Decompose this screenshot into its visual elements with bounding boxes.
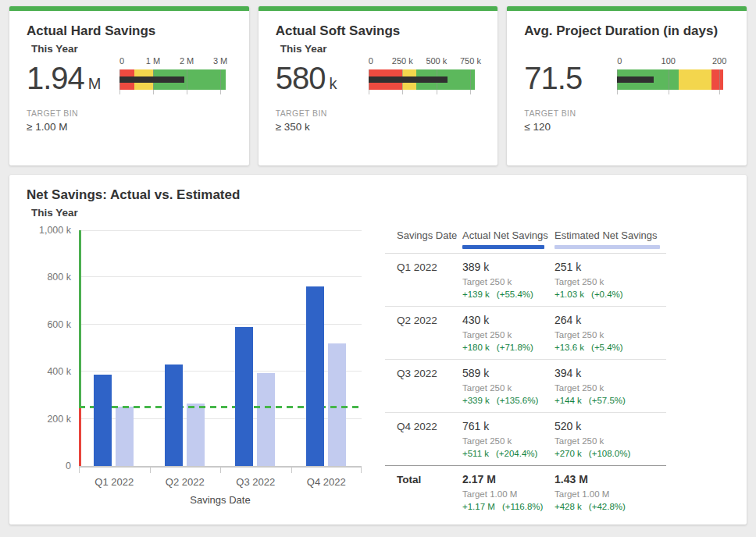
bar-group-q3-2022 xyxy=(220,230,291,466)
row-date: Q2 2022 xyxy=(385,314,462,353)
chart-title: Net Savings: Actual vs. Estimated xyxy=(27,187,240,203)
target-bin-value: ≤ 120 xyxy=(524,121,551,133)
variance-percent: (+116.8%) xyxy=(502,502,544,511)
bar-group-q1-2022 xyxy=(79,230,150,466)
target-bin-label: TARGET BIN xyxy=(276,108,327,118)
cell-target: Target 250 k xyxy=(462,436,555,446)
bar-estimated-q3-2022[interactable] xyxy=(257,373,275,466)
cell-value: 251 k xyxy=(555,261,666,274)
variance-value: +139 k xyxy=(462,290,490,299)
bar-chart-plot: 0 200 k 400 k 600 k 800 k 1,000 k xyxy=(79,230,362,466)
cell-actual: 2.17 M Target 1.00 M +1.17 M(+116.8%) xyxy=(462,473,555,512)
bar-actual-q4-2022[interactable] xyxy=(306,286,324,466)
row-date: Q3 2022 xyxy=(385,367,462,406)
cell-estimated: 394 k Target 250 k +144 k(+57.5%) xyxy=(555,367,666,406)
cell-variance: +139 k(+55.4%) xyxy=(462,289,555,300)
cell-target: Target 250 k xyxy=(555,276,666,287)
cell-value: 761 k xyxy=(462,420,555,433)
cell-target: Target 250 k xyxy=(555,382,666,393)
cell-variance: +1.03 k(+0.4%) xyxy=(555,289,666,300)
kpi-unit: k xyxy=(329,75,337,92)
cell-target: Target 1.00 M xyxy=(555,489,666,500)
cell-actual: 430 k Target 250 k +180 k(+71.8%) xyxy=(462,314,555,353)
variance-value: +339 k xyxy=(462,396,490,405)
cell-estimated: 520 k Target 250 k +270 k(+108.0%) xyxy=(555,420,666,459)
variance-percent: (+55.4%) xyxy=(497,290,533,299)
x-category-label: Q4 2022 xyxy=(307,476,346,488)
card-accent-strip xyxy=(259,6,498,11)
kpi-card-actual-soft-savings: Actual Soft Savings This Year 580k 0250 … xyxy=(259,6,498,165)
cell-value: 2.17 M xyxy=(462,473,555,486)
y-axis-tick-label: 600 k xyxy=(47,319,71,330)
y-axis-tick-label: 200 k xyxy=(47,414,71,425)
y-axis-above-target-segment xyxy=(79,230,81,407)
column-header-savings-date: Savings Date xyxy=(385,229,462,242)
cell-variance: +144 k(+57.5%) xyxy=(555,395,666,406)
x-category-label: Q3 2022 xyxy=(236,476,275,488)
cell-variance: +180 k(+71.8%) xyxy=(462,342,555,353)
variance-value: +428 k xyxy=(555,502,582,511)
bullet-gauge: 01 M2 M3 M xyxy=(119,56,226,94)
column-header-estimated-net-savings: Estimated Net Savings xyxy=(555,229,666,242)
bar-actual-q2-2022[interactable] xyxy=(165,365,183,466)
bullet-axis-labels: 0250 k500 k750 k xyxy=(369,56,475,68)
x-axis-tick xyxy=(361,468,362,473)
bar-estimated-q4-2022[interactable] xyxy=(328,343,346,466)
target-bin-value: ≥ 350 k xyxy=(276,121,310,133)
bullet-gauge: 0250 k500 k750 k xyxy=(369,56,475,94)
table-row-q1-2022[interactable]: Q1 2022 389 k Target 250 k +139 k(+55.4%… xyxy=(385,254,666,307)
bar-actual-q1-2022[interactable] xyxy=(94,375,112,466)
variance-percent: (+204.4%) xyxy=(496,449,537,458)
table-row-q2-2022[interactable]: Q2 2022 430 k Target 250 k +180 k(+71.8%… xyxy=(385,307,666,360)
bar-estimated-q2-2022[interactable] xyxy=(187,404,205,466)
kpi-subtitle: This Year xyxy=(280,43,327,55)
x-category-label: Q1 2022 xyxy=(94,476,134,488)
cell-variance: +13.6 k(+5.4%) xyxy=(555,342,666,353)
bar-estimated-q1-2022[interactable] xyxy=(116,407,134,466)
card-accent-strip xyxy=(507,6,747,11)
kpi-value: 71.5 xyxy=(524,61,586,96)
cell-estimated: 264 k Target 250 k +13.6 k(+5.4%) xyxy=(555,314,666,353)
kpi-number: 580 xyxy=(276,61,326,95)
variance-value: +13.6 k xyxy=(555,343,584,352)
table-row-q4-2022[interactable]: Q4 2022 761 k Target 250 k +511 k(+204.4… xyxy=(385,413,666,465)
variance-value: +1.03 k xyxy=(555,290,584,299)
cell-actual: 761 k Target 250 k +511 k(+204.4%) xyxy=(462,420,555,459)
bar-group-q4-2022 xyxy=(291,230,362,466)
y-axis-tick-label: 400 k xyxy=(47,366,71,377)
target-bin-label: TARGET BIN xyxy=(524,108,576,118)
cell-target: Target 250 k xyxy=(462,276,555,287)
cell-estimated: 1.43 M Target 1.00 M +428 k(+42.8%) xyxy=(555,473,666,512)
net-savings-table: Savings Date Actual Net Savings Estimate… xyxy=(385,229,666,518)
bar-groups xyxy=(79,230,362,466)
cell-value: 389 k xyxy=(462,261,555,274)
bullet-track xyxy=(617,69,723,94)
cell-target: Target 250 k xyxy=(555,436,666,446)
variance-value: +144 k xyxy=(555,396,582,405)
y-axis-tick-label: 800 k xyxy=(47,272,71,283)
variance-percent: (+42.8%) xyxy=(589,502,626,511)
cell-variance: +428 k(+42.8%) xyxy=(555,501,666,512)
bullet-axis-labels: 0100200 xyxy=(617,56,723,68)
x-axis-tick xyxy=(220,468,221,473)
variance-percent: (+135.6%) xyxy=(497,396,538,405)
bullet-track xyxy=(369,69,475,94)
cell-variance: +1.17 M(+116.8%) xyxy=(462,501,555,512)
cell-variance: +339 k(+135.6%) xyxy=(462,395,555,406)
cell-value: 520 k xyxy=(555,420,666,433)
kpi-card-row: Actual Hard Savings This Year 1.94M 01 M… xyxy=(9,6,747,165)
kpi-title: Avg. Project Duration (in days) xyxy=(524,23,718,39)
y-axis-tick-label: 1,000 k xyxy=(39,225,71,236)
chart-subtitle: This Year xyxy=(31,207,78,219)
kpi-number: 1.94 xyxy=(27,61,84,95)
cell-variance: +270 k(+108.0%) xyxy=(555,448,666,459)
row-date: Total xyxy=(385,473,462,512)
x-axis-tick xyxy=(291,468,292,473)
kpi-title: Actual Soft Savings xyxy=(276,23,401,39)
bar-actual-q3-2022[interactable] xyxy=(235,327,253,466)
table-row-q3-2022[interactable]: Q3 2022 589 k Target 250 k +339 k(+135.6… xyxy=(385,360,666,413)
bullet-axis-labels: 01 M2 M3 M xyxy=(119,56,226,68)
variance-value: +270 k xyxy=(555,449,582,458)
table-row-total[interactable]: Total 2.17 M Target 1.00 M +1.17 M(+116.… xyxy=(385,465,666,518)
cell-estimated: 251 k Target 250 k +1.03 k(+0.4%) xyxy=(555,261,666,300)
